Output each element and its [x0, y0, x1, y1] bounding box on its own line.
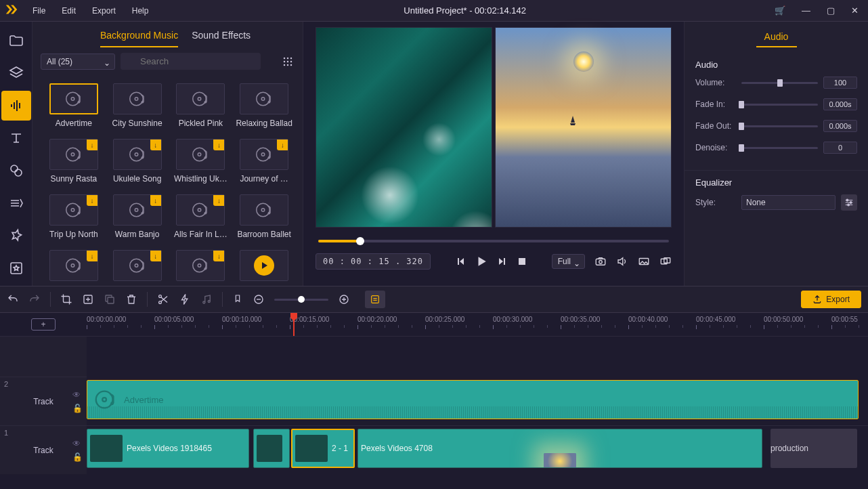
eq-style-select[interactable]: None — [741, 195, 836, 210]
music-item[interactable]: Relaxing Ballad — [234, 79, 295, 132]
music-item[interactable]: ↓Frogs Legs … — [107, 246, 168, 286]
zoom-out-button[interactable] — [253, 293, 265, 305]
svg-point-14 — [287, 64, 289, 66]
grid-view-icon[interactable] — [281, 55, 295, 68]
volume-slider[interactable] — [741, 82, 818, 84]
music-item[interactable]: ↓Trip Up North — [43, 190, 104, 243]
menu-help[interactable]: Help — [125, 3, 156, 18]
eq-settings-button[interactable] — [841, 194, 857, 211]
music-item[interactable]: ↓Ukulele Song — [107, 135, 168, 188]
playhead-knob[interactable] — [356, 237, 364, 245]
tab-sound-effects[interactable]: Sound Effects — [192, 30, 251, 47]
marker-button[interactable] — [232, 293, 243, 305]
preview-seek-bar[interactable] — [316, 240, 672, 242]
music-item[interactable]: ↓Journey of … — [234, 135, 295, 188]
maximize-button[interactable]: ▢ — [827, 5, 835, 16]
clip-overlay[interactable]: production — [771, 429, 857, 468]
copy-button[interactable] — [104, 293, 116, 305]
fadein-slider[interactable] — [741, 104, 818, 106]
timeline-zoom-slider[interactable] — [274, 299, 328, 301]
sidebar-audio-icon[interactable] — [1, 91, 31, 121]
timeline-ruler[interactable]: + 00:00:00.00000:00:05.00000:00:10.00000… — [0, 313, 868, 336]
menu-edit[interactable]: Edit — [55, 3, 83, 18]
track-body[interactable]: Pexels Videos 19184652 - 1Pexels Videos … — [87, 426, 868, 474]
aspect-button[interactable] — [638, 255, 650, 268]
audio-clip-button[interactable] — [200, 293, 213, 305]
visibility-icon[interactable]: 👁 — [72, 390, 83, 400]
denoise-slider[interactable] — [741, 147, 818, 149]
export-button[interactable]: Export — [801, 291, 861, 308]
track-header[interactable]: 1Track👁🔓 — [0, 426, 87, 474]
sidebar-transitions-icon[interactable] — [1, 188, 31, 218]
next-frame-button[interactable] — [497, 256, 508, 267]
menu-file[interactable]: File — [26, 3, 52, 18]
sidebar-elements-icon[interactable] — [1, 221, 31, 251]
timeline-playhead[interactable] — [293, 313, 295, 336]
music-item[interactable]: Pickled Pink — [171, 79, 232, 132]
svg-point-40 — [66, 203, 80, 217]
sidebar-layers-icon[interactable] — [1, 58, 31, 88]
music-item[interactable]: ↓Foam Rubber — [43, 246, 104, 286]
close-button[interactable]: ✕ — [851, 5, 859, 16]
lock-icon[interactable]: 🔓 — [72, 404, 83, 413]
music-item[interactable]: ↓Whistling Uk… — [171, 135, 232, 188]
denoise-value[interactable]: 0 — [823, 142, 857, 154]
sidebar-text-icon[interactable] — [1, 123, 31, 153]
track-header[interactable]: 2Track👁🔓 — [0, 377, 87, 425]
timeline-settings-button[interactable] — [365, 291, 385, 308]
delete-button[interactable] — [125, 293, 137, 305]
svg-point-23 — [198, 98, 202, 101]
music-item[interactable]: ↓My Giant Bu… — [171, 246, 232, 286]
music-item[interactable]: Advertime — [43, 79, 104, 132]
fadeout-value[interactable]: 0.000s — [823, 120, 857, 132]
music-item[interactable]: ↓Alls Fair In L… — [171, 190, 232, 243]
lock-icon[interactable]: 🔓 — [72, 452, 83, 462]
menu-export[interactable]: Export — [85, 3, 123, 18]
add-track-button[interactable]: + — [31, 318, 56, 331]
music-item[interactable]: Silly Intro — [234, 246, 295, 286]
stop-button[interactable] — [517, 257, 527, 266]
svg-point-73 — [159, 301, 162, 304]
crop-button[interactable] — [60, 293, 72, 305]
search-input[interactable] — [121, 53, 261, 70]
fadein-value[interactable]: 0.000s — [823, 98, 857, 110]
tab-background-music[interactable]: Background Music — [100, 30, 178, 47]
cart-icon[interactable]: 🛒 — [775, 5, 785, 16]
music-item-label: Whistling Uk… — [171, 174, 232, 184]
detach-button[interactable] — [659, 255, 672, 268]
minimize-button[interactable]: — — [802, 5, 810, 16]
snapshot-button[interactable] — [594, 255, 607, 268]
music-item[interactable]: ↓Warm Banjo — [107, 190, 168, 243]
add-clip-button[interactable] — [82, 293, 94, 305]
track-body[interactable]: Advertime — [87, 377, 868, 425]
split-button[interactable] — [157, 293, 169, 305]
visibility-icon[interactable]: 👁 — [72, 439, 83, 448]
preview-zoom-select[interactable]: Full ⌄ — [552, 254, 585, 269]
music-item-label: Relaxing Ballad — [234, 119, 295, 128]
sidebar-favorites-icon[interactable] — [1, 253, 31, 283]
music-item[interactable]: City Sunshine — [107, 79, 168, 132]
clip-video[interactable]: 2 - 1 — [291, 429, 355, 468]
clip-audio[interactable]: Advertime — [87, 380, 859, 419]
left-sidebar — [0, 22, 32, 286]
clip-video[interactable]: Pexels Videos 1918465 — [87, 429, 249, 468]
redo-button[interactable] — [28, 293, 41, 305]
music-item[interactable]: Barroom Ballet — [234, 190, 295, 243]
volume-value[interactable]: 100 — [823, 77, 857, 89]
svg-point-30 — [78, 156, 81, 159]
undo-button[interactable] — [7, 293, 19, 305]
clip-video[interactable]: Pexels Videos 4708 — [357, 429, 762, 468]
sidebar-media-icon[interactable] — [1, 26, 31, 56]
prev-frame-button[interactable] — [455, 256, 466, 267]
speed-button[interactable] — [179, 293, 191, 305]
inspector-tab-audio[interactable]: Audio — [685, 22, 868, 53]
zoom-in-button[interactable] — [338, 293, 350, 305]
fadeout-slider[interactable] — [741, 125, 818, 127]
music-item[interactable]: ↓Sunny Rasta — [43, 135, 104, 188]
sidebar-filters-icon[interactable] — [1, 156, 31, 186]
volume-button[interactable] — [616, 255, 628, 268]
clip-video[interactable] — [253, 429, 290, 468]
music-item-label: Journey of … — [234, 174, 295, 184]
category-select[interactable]: All (25) ⌄ — [41, 54, 115, 70]
play-button[interactable] — [475, 255, 487, 268]
